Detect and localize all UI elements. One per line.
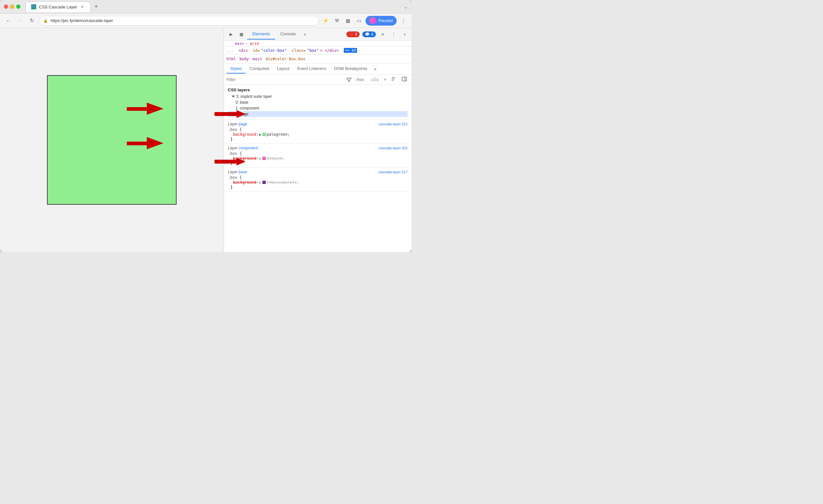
breadcrumb-bar: html body main div#color-box.box: [224, 54, 412, 63]
sidebar-icon[interactable]: ▭: [354, 16, 363, 25]
devtools-settings-icon[interactable]: ⚙: [378, 30, 387, 38]
css-value-base: rebeccapurple: [266, 180, 297, 185]
color-swatch-arrow-component: [259, 156, 262, 161]
breadcrumb-sep-1: [236, 57, 239, 61]
breadcrumb-html[interactable]: html: [226, 57, 236, 61]
subtab-computed[interactable]: Computed: [245, 64, 273, 73]
layer-base-label: 0: base: [235, 100, 248, 105]
sidebar-icon: [402, 76, 407, 81]
layer-item-base[interactable]: 0: base: [228, 100, 407, 105]
devtools-inspect-icon[interactable]: ▶: [226, 30, 235, 39]
layer-item-page[interactable]: 2: page: [228, 111, 407, 117]
css-colon-base: :: [256, 180, 259, 185]
filter-input[interactable]: [226, 77, 344, 82]
screenshot-icon[interactable]: ▦: [343, 16, 352, 25]
add-style-button[interactable]: +: [382, 77, 388, 82]
subtab-layout[interactable]: Layout: [273, 64, 293, 73]
hover-filter-button[interactable]: :hov: [353, 77, 366, 82]
dom-class-value: "box": [307, 48, 319, 53]
error-icon: ❌: [349, 32, 354, 37]
new-tab-button[interactable]: +: [92, 2, 101, 11]
class-filter-button[interactable]: .cls: [367, 77, 381, 82]
filter-funnel-icon[interactable]: [346, 77, 352, 82]
color-swatch-component[interactable]: [263, 157, 266, 160]
layer-link-page[interactable]: page: [238, 122, 247, 126]
svg-rect-7: [402, 77, 406, 81]
rule-source-page[interactable]: cascade-layer:312: [378, 122, 407, 126]
breadcrumb-main[interactable]: main: [253, 57, 262, 61]
error-count: 8: [355, 32, 357, 37]
dom-id-value: "color-box": [261, 48, 287, 53]
svg-rect-6: [392, 80, 394, 80]
css-selector-page: .box {: [228, 127, 407, 132]
breadcrumb-body[interactable]: body: [239, 57, 249, 61]
maximize-button[interactable]: [16, 5, 20, 9]
dom-open-tag: <div: [238, 48, 248, 53]
css-colon-page: :: [256, 132, 259, 137]
minimize-button[interactable]: [10, 5, 14, 9]
tab-title: CSS Cascade Layer: [39, 5, 77, 9]
new-rule-button[interactable]: [389, 76, 398, 83]
extensions-icon[interactable]: ⚡: [321, 16, 330, 25]
menu-button[interactable]: ⋮: [398, 16, 407, 25]
css-layers-section: CSS layers 3: implicit outer layer 0: ba…: [224, 85, 412, 120]
dom-partial-top: main › grid: [224, 41, 412, 47]
layer-link-component[interactable]: component: [238, 146, 258, 150]
layer-item-implicit[interactable]: 3: implicit outer layer: [228, 94, 407, 100]
computed-sidebar-button[interactable]: [400, 76, 409, 83]
forward-button[interactable]: →: [16, 16, 25, 25]
title-bar: CSS Cascade Layer ✕ + ⌄: [0, 0, 412, 14]
devtools-close-icon[interactable]: ✕: [400, 30, 409, 38]
color-swatch-base[interactable]: [263, 181, 266, 184]
layer-link-base[interactable]: base: [238, 170, 247, 174]
main-content: ▶ ▦ Elements Console » ❌ 8 💬 4 ⚙: [0, 28, 412, 252]
devtools-icon[interactable]: ⚒: [332, 16, 341, 25]
css-close-brace-component: }: [228, 161, 407, 166]
devtools-panel: ▶ ▦ Elements Console » ❌ 8 💬 4 ⚙: [223, 28, 412, 252]
url-text: https://jec.fyi/demo/cascade-layer: [50, 18, 113, 23]
tab-close-button[interactable]: ✕: [80, 4, 85, 9]
warning-badge[interactable]: 💬 4: [362, 31, 376, 37]
dom-close-tag: > </div>: [320, 48, 339, 53]
styles-subtabs: Styles Computed Layout Event Listeners D…: [224, 63, 412, 74]
dom-node-bar: ... <div id="color-box" class="box" > </…: [224, 47, 412, 54]
devtools-more-icon[interactable]: ⋮: [389, 30, 398, 38]
refresh-button[interactable]: ↻: [27, 16, 36, 25]
tab-console[interactable]: Console: [275, 29, 301, 39]
color-swatch-page[interactable]: [263, 133, 266, 136]
layer-item-component[interactable]: 1: component: [228, 105, 407, 111]
devtools-device-icon[interactable]: ▦: [237, 30, 246, 39]
subtab-event-listeners[interactable]: Event Listeners: [293, 64, 330, 73]
dom-class-attr: class=: [292, 48, 306, 53]
layer-component-label: 1: component: [235, 106, 259, 111]
back-button[interactable]: ←: [4, 16, 13, 25]
error-badge[interactable]: ❌ 8: [346, 31, 360, 37]
active-tab[interactable]: CSS Cascade Layer ✕: [26, 2, 91, 12]
rule-block-component: Layer component cascade-layer:322 .box {…: [224, 144, 412, 168]
subtabs-more-button[interactable]: »: [371, 65, 379, 73]
expand-triangle-icon: [232, 96, 235, 98]
subtab-dom-breakpoints[interactable]: DOM Breakpoints: [330, 64, 371, 73]
tab-elements[interactable]: Elements: [247, 29, 275, 39]
layer-label-component: Layer: [228, 146, 238, 150]
devtools-header: ▶ ▦ Elements Console » ❌ 8 💬 4 ⚙: [224, 28, 412, 41]
subtab-styles[interactable]: Styles: [226, 64, 245, 73]
svg-rect-4: [392, 77, 395, 78]
devtools-header-actions: ❌ 8 💬 4 ⚙ ⋮ ✕: [346, 30, 409, 38]
browser-window: CSS Cascade Layer ✕ + ⌄ ← → ↻ 🔒 https://…: [0, 0, 412, 252]
rule-source-component[interactable]: cascade-layer:322: [378, 146, 407, 150]
paused-button[interactable]: Paused: [365, 16, 396, 26]
address-bar[interactable]: 🔒 https://jec.fyi/demo/cascade-layer: [39, 16, 319, 26]
close-button[interactable]: [4, 5, 8, 9]
tab-menu-button[interactable]: ⌄: [404, 4, 407, 9]
color-box: [47, 75, 177, 205]
rule-source-base[interactable]: cascade-layer:317: [378, 170, 407, 174]
user-avatar: [369, 17, 376, 24]
css-value-component: hotpink: [266, 156, 283, 161]
rule-header-page: Layer page cascade-layer:312: [228, 122, 407, 126]
breadcrumb-div[interactable]: div#color-box.box: [265, 57, 305, 61]
lock-icon: 🔒: [43, 18, 48, 23]
more-tabs-button[interactable]: »: [301, 30, 309, 38]
rule-header-component: Layer component cascade-layer:322: [228, 146, 407, 150]
filter-bar: :hov .cls +: [224, 74, 412, 85]
